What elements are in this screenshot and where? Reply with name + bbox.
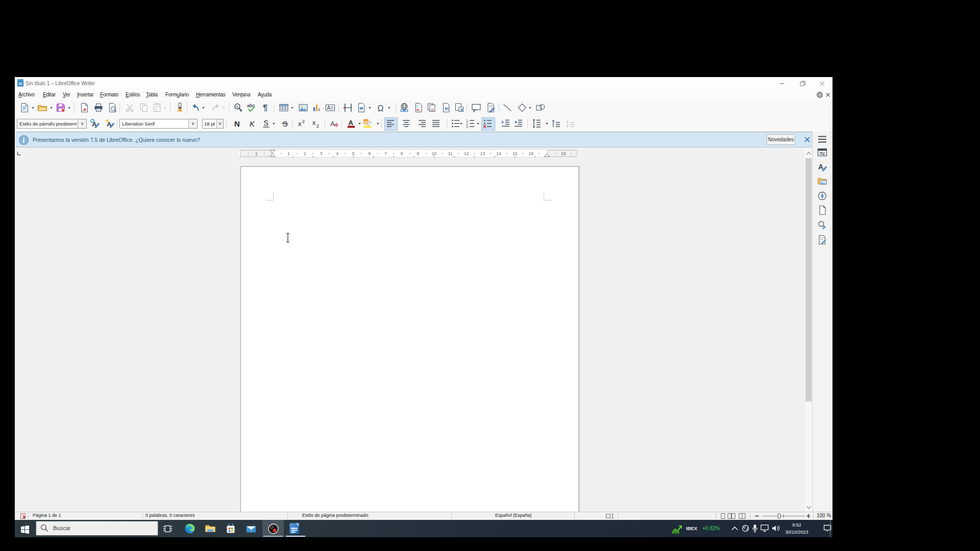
- svg-text:A: A: [330, 120, 335, 128]
- svg-text:11: 11: [448, 151, 453, 156]
- svg-text:1: 1: [287, 151, 290, 156]
- svg-text:d: d: [240, 109, 242, 112]
- svg-text:A: A: [349, 119, 354, 127]
- svg-text:A: A: [818, 163, 823, 171]
- svg-text:2: 2: [302, 119, 305, 124]
- svg-text:¶: ¶: [263, 103, 267, 113]
- svg-text:12: 12: [464, 151, 469, 156]
- svg-text:S: S: [264, 119, 268, 127]
- svg-text:2: 2: [316, 123, 319, 129]
- svg-text:3.: 3.: [466, 125, 469, 129]
- svg-text:4: 4: [336, 151, 338, 156]
- svg-text:13: 13: [480, 151, 485, 156]
- svg-text:x: x: [298, 120, 302, 128]
- svg-text:9: 9: [416, 151, 419, 156]
- svg-text:5: 5: [352, 151, 355, 156]
- svg-text:8: 8: [401, 151, 403, 156]
- svg-text:x: x: [312, 119, 316, 127]
- svg-text:15: 15: [512, 151, 518, 156]
- svg-text:A: A: [327, 105, 331, 111]
- svg-text:Ω: Ω: [378, 104, 384, 113]
- svg-text:18: 18: [561, 151, 566, 156]
- svg-text:7: 7: [384, 151, 387, 156]
- svg-text:1: 1: [416, 105, 419, 108]
- svg-text:K: K: [250, 119, 255, 128]
- svg-text:1: 1: [255, 151, 258, 156]
- svg-text:a: a: [236, 105, 238, 108]
- svg-text:14: 14: [496, 151, 501, 156]
- svg-text:16: 16: [529, 151, 534, 156]
- svg-text:6: 6: [369, 151, 371, 156]
- svg-text:2: 2: [304, 151, 306, 156]
- svg-text:10: 10: [432, 151, 437, 156]
- svg-text:N: N: [234, 119, 240, 128]
- svg-text:3: 3: [320, 151, 323, 156]
